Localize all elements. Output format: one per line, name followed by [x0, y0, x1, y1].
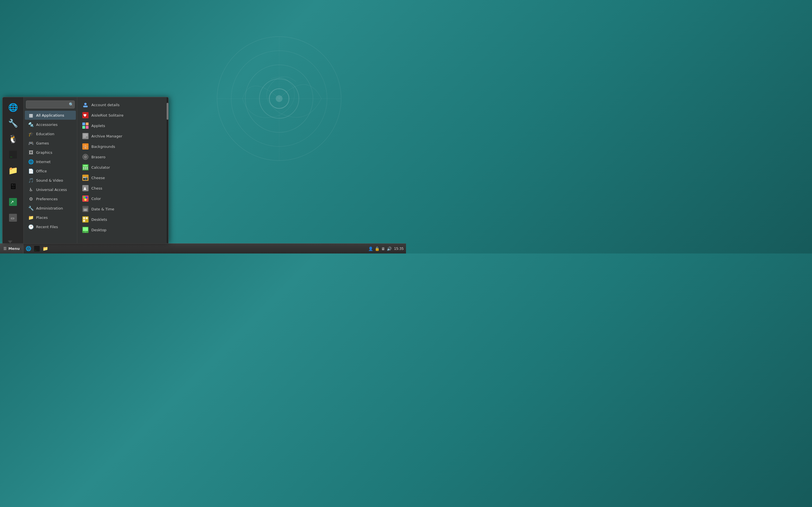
- category-recent-files[interactable]: 🕐 Recent Files: [25, 222, 76, 231]
- apps-scrollbar[interactable]: [167, 97, 168, 243]
- menu-arrow: [8, 240, 12, 243]
- all-apps-icon: ▦: [28, 112, 34, 118]
- app-color[interactable]: Color: [79, 193, 165, 204]
- office-icon: 📄: [28, 168, 34, 174]
- app-chess-label: Chess: [91, 186, 102, 190]
- svg-rect-32: [83, 165, 88, 166]
- sidebar-tools-btn[interactable]: 🔧: [6, 116, 20, 130]
- app-desklets-label: Desklets: [91, 217, 107, 222]
- svg-rect-53: [86, 217, 88, 219]
- category-education-label: Education: [36, 132, 54, 136]
- svg-point-45: [86, 196, 88, 199]
- sidebar-monitor-btn[interactable]: 🖥: [6, 179, 20, 193]
- desktop-decoration: [209, 28, 350, 169]
- taskbar-folder-btn[interactable]: 📁: [42, 245, 49, 252]
- category-sound-video[interactable]: 🎵 Sound & Video: [25, 176, 76, 185]
- category-universal-access[interactable]: ♿ Universal Access: [25, 185, 76, 194]
- taskbar-user-icon[interactable]: 👤: [368, 246, 373, 251]
- cheese-icon: 📷: [82, 175, 89, 181]
- category-all-label: All Applications: [36, 113, 64, 117]
- category-office[interactable]: 📄 Office: [25, 166, 76, 175]
- svg-rect-56: [83, 227, 88, 231]
- taskbar-volume-icon[interactable]: 🔊: [387, 246, 392, 251]
- sidebar-terminal-btn[interactable]: _: [6, 147, 20, 162]
- category-administration[interactable]: 🔧 Administration: [25, 204, 76, 213]
- date-time-icon: 15: [82, 206, 89, 212]
- app-applets-label: Applets: [91, 124, 105, 128]
- svg-rect-54: [83, 220, 85, 222]
- desktop-icon: [82, 227, 89, 233]
- universal-access-icon: ♿: [28, 187, 34, 192]
- preferences-icon: ⚙: [28, 196, 34, 202]
- apps-panel: Account details ♥ AisleRiot Solitaire Ap…: [77, 97, 167, 243]
- app-brasero[interactable]: Brasero: [79, 152, 165, 162]
- svg-rect-19: [86, 122, 89, 125]
- app-date-time-label: Date & Time: [91, 207, 114, 211]
- category-preferences[interactable]: ⚙ Preferences: [25, 194, 76, 203]
- app-applets[interactable]: Applets: [79, 121, 165, 131]
- app-account-details[interactable]: Account details: [79, 100, 165, 110]
- applets-icon: [82, 122, 89, 129]
- archive-manager-icon: [82, 133, 89, 139]
- svg-rect-33: [83, 167, 84, 168]
- sidebar-exit-btn[interactable]: ↗: [6, 194, 20, 209]
- app-desktop[interactable]: Desktop: [79, 225, 165, 235]
- category-places[interactable]: 📁 Places: [25, 213, 76, 222]
- app-calculator-label: Calculator: [91, 165, 110, 170]
- category-graphics[interactable]: 🖼 Graphics: [25, 148, 76, 157]
- svg-text:♥: ♥: [83, 113, 87, 118]
- category-preferences-label: Preferences: [36, 197, 57, 201]
- svg-rect-15: [83, 106, 88, 107]
- category-accessories[interactable]: 🔩 Accessories: [25, 120, 76, 129]
- administration-icon: 🔧: [28, 205, 34, 211]
- svg-point-44: [83, 196, 86, 199]
- app-archive-manager-label: Archive Manager: [91, 134, 122, 138]
- svg-rect-24: [83, 135, 88, 136]
- category-all-applications[interactable]: ▦ All Applications: [25, 111, 76, 120]
- app-calculator[interactable]: Calculator: [79, 162, 165, 172]
- app-backgrounds[interactable]: 🎨 Backgrounds: [79, 142, 165, 152]
- search-icon[interactable]: 🔍: [69, 102, 73, 107]
- graphics-icon: 🖼: [28, 150, 34, 155]
- taskbar-lock-icon[interactable]: 🔒: [375, 246, 379, 251]
- menu-button[interactable]: ☰ Menu: [0, 244, 23, 254]
- app-desktop-label: Desktop: [91, 228, 107, 232]
- app-date-time[interactable]: 15 Date & Time: [79, 204, 165, 214]
- category-education[interactable]: 🎓 Education: [25, 129, 76, 138]
- app-desklets[interactable]: Desklets: [79, 214, 165, 224]
- svg-text:♟: ♟: [83, 186, 87, 191]
- svg-point-30: [85, 156, 86, 158]
- svg-rect-52: [83, 217, 85, 219]
- svg-text:📷: 📷: [83, 176, 88, 180]
- svg-text:15: 15: [84, 209, 87, 211]
- backgrounds-icon: 🎨: [82, 144, 89, 150]
- svg-rect-34: [85, 167, 86, 168]
- svg-point-3: [259, 79, 299, 118]
- internet-icon: 🌐: [28, 159, 34, 165]
- search-input[interactable]: [26, 101, 75, 108]
- sidebar-penguin-btn[interactable]: 🐧: [6, 131, 20, 146]
- app-archive-manager[interactable]: Archive Manager: [79, 131, 165, 141]
- recent-files-icon: 🕐: [28, 224, 34, 230]
- taskbar-globe-btn[interactable]: 🌐: [24, 245, 33, 252]
- menu-icon: ☰: [3, 246, 7, 251]
- app-chess[interactable]: ♟ Chess: [79, 183, 165, 193]
- taskbar-app-icons: 🌐 _ 📁: [23, 245, 50, 252]
- category-internet[interactable]: 🌐 Internet: [25, 157, 76, 166]
- app-backgrounds-label: Backgrounds: [91, 145, 115, 149]
- app-cheese[interactable]: 📷 Cheese: [79, 173, 165, 183]
- svg-point-5: [276, 95, 283, 102]
- category-universal-access-label: Universal Access: [36, 187, 67, 192]
- app-aisleriot[interactable]: ♥ AisleRiot Solitaire: [79, 110, 165, 120]
- category-games[interactable]: 🎮 Games: [25, 138, 76, 148]
- taskbar-display-icon[interactable]: 🖥: [381, 246, 385, 251]
- apps-scrollbar-thumb[interactable]: [167, 103, 168, 120]
- category-sound-video-label: Sound & Video: [36, 178, 63, 182]
- svg-text:↗: ↗: [10, 200, 14, 205]
- sidebar-globe-btn[interactable]: 🌐: [6, 100, 20, 115]
- category-internet-label: Internet: [36, 160, 51, 164]
- taskbar-terminal-btn[interactable]: _: [33, 245, 41, 252]
- sidebar-phone-btn[interactable]: ▭: [6, 210, 20, 225]
- sidebar-folder-btn[interactable]: 📁: [6, 163, 20, 178]
- desklets-icon: [82, 216, 89, 223]
